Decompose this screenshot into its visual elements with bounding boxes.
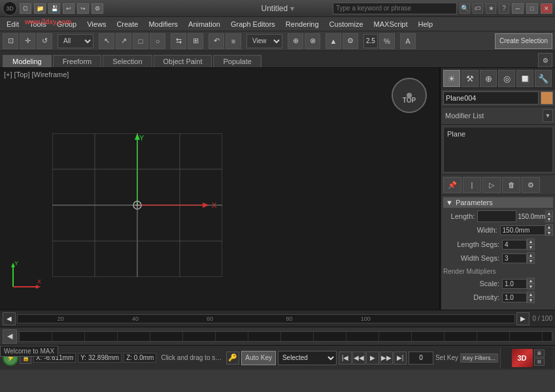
panel-display-icon[interactable]: ☀ [443,70,460,87]
panel-display2-icon[interactable]: 🔲 [516,70,533,87]
maximize-btn[interactable]: □ [526,3,538,14]
rect-select[interactable]: □ [133,33,148,49]
menu-maxscript[interactable]: MAXScript [369,17,413,31]
menu-graph-editors[interactable]: Graph Editors [226,17,280,31]
select-arrow[interactable]: ↖ [99,33,114,49]
show-end-btn[interactable]: | [463,177,481,193]
help-icon[interactable]: ? [499,3,509,14]
scroll-track[interactable]: 20 40 60 80 100 [17,314,515,323]
length-spin-down[interactable]: ▼ [545,216,553,222]
show-result-btn[interactable]: ▷ [482,177,501,193]
tab-modeling[interactable]: Modeling [3,55,52,67]
magnet-btn[interactable]: ⊗ [305,33,320,49]
width-spin-up[interactable]: ▲ [545,224,553,230]
selected-dropdown[interactable]: Selected [278,351,337,365]
tab-freeform[interactable]: Freeform [53,55,102,67]
select-tool[interactable]: ⊡ [3,33,18,49]
length-segs-down[interactable]: ▼ [527,244,535,250]
density-up[interactable]: ▲ [527,291,535,297]
menu-customize[interactable]: Customize [324,17,369,31]
menu-animation[interactable]: Animation [183,17,226,31]
menu-modifiers[interactable]: Modifiers [143,17,183,31]
panel-utility-icon[interactable]: 🔧 [535,70,552,87]
tab-selection[interactable]: Selection [103,55,152,67]
object-color-swatch[interactable] [541,91,553,105]
new-btn[interactable]: 🗋 [20,3,31,14]
search-icon[interactable]: 🔍 [460,3,470,14]
width-spin-down[interactable]: ▼ [545,230,553,236]
stack-item-plane[interactable]: Plane [446,129,550,139]
panel-modify-icon[interactable]: ⚒ [462,70,479,87]
move-tool[interactable]: ✛ [20,33,35,49]
key-filters-button[interactable]: Key Filters... [460,353,498,363]
tab-object-paint[interactable]: Object Paint [154,55,212,67]
menu-rendering[interactable]: Rendering [280,17,324,31]
configure-btn[interactable]: ⚙ [522,177,540,193]
percent-btn[interactable]: % [379,33,395,49]
frame-input[interactable]: 0 [409,351,433,365]
circle-select[interactable]: ○ [150,33,165,49]
mirror-tool[interactable]: ⇆ [171,33,186,49]
tag-icon[interactable]: 🏷 [473,3,483,14]
redo-btn[interactable]: ↪ [77,3,89,14]
delete-modifier-btn[interactable]: 🗑 [502,177,520,193]
view-btn-1[interactable]: ⊞ [534,350,545,357]
nav-circle[interactable]: TOP [392,78,427,113]
viewport-nav[interactable]: TOP [392,78,429,116]
minimize-btn[interactable]: ─ [512,3,524,14]
pin-stack-btn[interactable]: 📌 [443,177,462,193]
close-btn[interactable]: ✕ [541,3,552,14]
go-start-btn[interactable]: |◀ [339,351,352,365]
width-segs-up[interactable]: ▲ [527,252,535,258]
timeline-bar[interactable] [19,331,552,342]
length-input[interactable] [477,210,516,222]
auto-key-button[interactable]: Auto Key [241,351,276,365]
menu-help[interactable]: Help [413,17,439,31]
viewport[interactable]: [+] [Top] [Wireframe] TOP [0,68,441,310]
snap-btn[interactable]: ⊕ [288,33,303,49]
undo-btn[interactable]: ↩ [63,3,75,14]
create-selection-button[interactable]: Create Selection [495,33,552,49]
tab-populate[interactable]: Populate [213,55,261,67]
view-dropdown[interactable]: View [246,34,282,48]
next-frame-btn[interactable]: ▶ [516,312,530,325]
width-segs-down[interactable]: ▼ [527,258,535,264]
rotate-ccw[interactable]: ↶ [209,33,224,49]
view-btn-2[interactable]: ⊟ [534,358,545,366]
density-down[interactable]: ▼ [527,297,535,303]
svg-text:Y: Y [139,134,144,142]
prev-key-btn[interactable]: ◀◀ [352,351,365,365]
scale-down[interactable]: ▼ [527,284,535,289]
search-input[interactable] [333,3,457,14]
play-btn[interactable]: ▶ [366,351,379,365]
panel-hierarchy-icon[interactable]: ⊕ [480,70,497,87]
key-icon[interactable]: 🔑 [226,351,239,365]
menu-edit[interactable]: Edit [1,17,24,31]
prev-frame-btn[interactable]: ◀ [3,312,16,325]
open-btn[interactable]: 📁 [34,3,46,14]
array-tool[interactable]: ⊞ [188,33,203,49]
length-segs-up[interactable]: ▲ [527,238,535,244]
timeline-toggle[interactable]: ◀ [3,329,17,344]
menu-views[interactable]: Views [82,17,111,31]
render-settings[interactable]: ⚙ [343,33,358,49]
star-icon[interactable]: ★ [486,3,496,14]
modifier-dropdown-arrow[interactable]: ▼ [543,109,553,122]
select-cursor[interactable]: ↗ [116,33,131,49]
object-name-input[interactable] [443,91,539,105]
go-end-btn[interactable]: ▶| [394,351,407,365]
next-key-btn[interactable]: ▶▶ [380,351,393,365]
type-btn[interactable]: A [400,33,416,49]
save-btn[interactable]: 💾 [48,3,60,14]
rotate-tool[interactable]: ↺ [37,33,52,49]
panel-motion-icon[interactable]: ◎ [498,70,515,87]
params-header[interactable]: ▼ Parameters [443,197,553,208]
align-tool[interactable]: ≡ [226,33,241,49]
tabs-settings-icon[interactable]: ⚙ [538,53,552,67]
menu-create[interactable]: Create [111,17,143,31]
more-btn[interactable]: ⚙ [92,3,103,14]
scale-up[interactable]: ▲ [527,278,535,284]
length-spin-up[interactable]: ▲ [545,210,553,216]
filter-dropdown[interactable]: All [58,34,93,48]
render-frame[interactable]: ▲ [326,33,341,49]
